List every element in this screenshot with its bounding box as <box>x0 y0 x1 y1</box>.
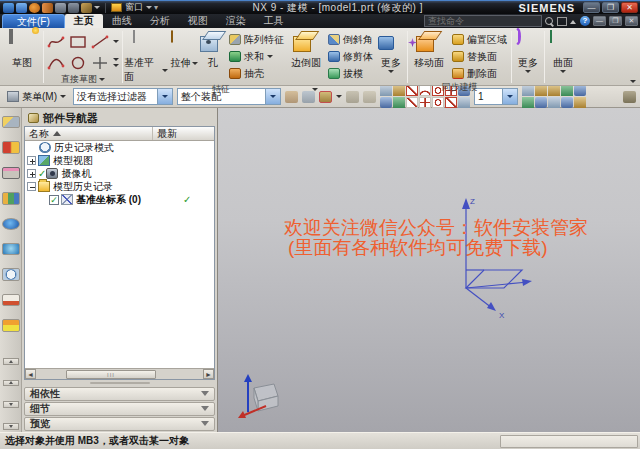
maximize-button[interactable]: ❐ <box>602 2 619 13</box>
snap-bounded-plane-icon[interactable] <box>458 97 470 108</box>
orient-view-icon[interactable] <box>535 97 547 108</box>
unite-button[interactable]: 求和 <box>226 48 287 65</box>
minimize-button[interactable]: — <box>583 2 600 13</box>
tab-render[interactable]: 渲染 <box>217 14 255 28</box>
save-as-icon[interactable] <box>16 3 27 13</box>
section-preview[interactable]: 预览 <box>24 417 215 431</box>
trim-body-button[interactable]: 修剪体 <box>325 48 376 65</box>
part-navigator-icon[interactable] <box>2 167 20 179</box>
replace-face-button[interactable]: 替换面 <box>449 48 510 65</box>
mdi-restore-button[interactable]: ❐ <box>609 16 622 26</box>
expand-icon[interactable] <box>27 169 36 178</box>
snap-knot-icon[interactable] <box>393 97 405 108</box>
pan-icon[interactable] <box>561 85 573 96</box>
search-icon[interactable] <box>545 17 554 26</box>
view-orientation-triad[interactable] <box>232 370 288 420</box>
line-button[interactable] <box>90 33 110 51</box>
help-icon[interactable]: ? <box>580 16 590 26</box>
delete-face-button[interactable]: 删除面 <box>449 65 510 82</box>
collapse-icon[interactable] <box>27 182 36 191</box>
tab-analysis[interactable]: 分析 <box>141 14 179 28</box>
window-menu-button[interactable]: 窗口 <box>111 1 152 14</box>
tree-row-datum-csys[interactable]: ✓ 基准坐标系 (0) ✓ <box>25 193 214 206</box>
shell-button[interactable]: 抽壳 <box>226 65 287 82</box>
more-feature-button[interactable]: 更多 <box>376 29 406 73</box>
resource-scroll-up-icon[interactable] <box>3 358 19 365</box>
expand-icon[interactable] <box>27 156 36 165</box>
tree-row-history-mode[interactable]: 历史记录模式 <box>25 141 214 154</box>
tree-empty-area[interactable] <box>25 206 214 368</box>
move-face-button[interactable]: 移动面 <box>409 29 449 70</box>
direct-sketch-expand-button[interactable] <box>112 54 121 72</box>
scroll-left-icon[interactable]: ◄ <box>25 369 36 379</box>
prev-selection-icon[interactable] <box>346 91 359 103</box>
zoom-icon[interactable] <box>561 97 573 108</box>
surface-button[interactable]: 曲面 <box>546 29 580 73</box>
process-studio-icon[interactable] <box>2 294 20 306</box>
panel-resize-grip[interactable] <box>24 380 215 386</box>
camera-icon[interactable] <box>522 85 534 96</box>
hd3d-tool-icon[interactable] <box>2 218 20 230</box>
group-label-synchronous[interactable]: 同步建模 <box>409 82 510 93</box>
inside-window-icon[interactable] <box>302 91 315 103</box>
cut-icon[interactable] <box>55 3 66 13</box>
arc-button[interactable] <box>46 54 66 72</box>
tab-file[interactable]: 文件(F) <box>2 14 65 28</box>
tab-curve[interactable]: 曲线 <box>103 14 141 28</box>
fit-view-icon[interactable] <box>557 17 567 26</box>
menu-button[interactable]: 菜单(M) <box>4 89 69 105</box>
extrude-button[interactable]: 拉伸 <box>168 29 200 70</box>
tree-row-model-views[interactable]: 模型视图 <box>25 154 214 167</box>
mdi-minimize-button[interactable]: — <box>593 16 606 26</box>
ribbon-overflow-icon[interactable] <box>630 80 636 83</box>
profile-curve-button[interactable] <box>46 33 66 51</box>
column-latest[interactable]: 最新 <box>153 127 214 140</box>
snap-intersection-icon[interactable] <box>419 97 431 108</box>
qat-dropdown-icon[interactable] <box>94 6 100 9</box>
rotate-icon[interactable] <box>574 85 586 96</box>
tab-tools[interactable]: 工具 <box>255 14 293 28</box>
snap-quadrant-icon[interactable] <box>432 97 444 108</box>
paste-icon[interactable] <box>81 3 92 13</box>
edge-blend-button[interactable]: 边倒圆 <box>287 29 325 70</box>
point-button[interactable] <box>90 54 110 72</box>
pattern-feature-button[interactable]: 阵列特征 <box>226 31 287 48</box>
section-dependencies[interactable]: 相依性 <box>24 387 215 401</box>
tree-row-model-history[interactable]: 模型历史记录 <box>25 180 214 193</box>
checkbox-checked-icon[interactable]: ✓ <box>49 195 59 205</box>
datum-csys[interactable]: Z X <box>404 192 534 337</box>
command-search-input[interactable] <box>424 15 542 27</box>
undo-icon[interactable] <box>29 3 40 13</box>
sketch-button[interactable]: 草图 <box>2 29 42 70</box>
highlight-icon[interactable] <box>285 91 298 103</box>
scroll-right-icon[interactable]: ► <box>203 369 214 379</box>
section-details[interactable]: 细节 <box>24 402 215 416</box>
draft-button[interactable]: 拔模 <box>325 65 376 82</box>
tab-home[interactable]: 主页 <box>65 14 103 28</box>
history-icon[interactable] <box>2 268 20 280</box>
constraint-navigator-icon[interactable] <box>2 141 20 153</box>
horizontal-scrollbar[interactable]: ◄ III ► <box>25 368 214 379</box>
circle-button[interactable] <box>68 54 88 72</box>
more-surface-button[interactable]: 更多 <box>513 29 543 73</box>
shaded-mode-icon[interactable] <box>548 85 560 96</box>
datum-plane-button[interactable]: 基准平面 <box>124 29 168 84</box>
assembly-navigator-icon[interactable] <box>2 116 20 128</box>
fit-window-icon[interactable] <box>535 85 547 96</box>
chamfer-button[interactable]: 倒斜角 <box>325 31 376 48</box>
redo-icon[interactable] <box>42 3 53 13</box>
snap-midline-icon[interactable] <box>406 97 418 108</box>
graphics-viewport[interactable]: Z X 欢迎关注微信公众号：软件安装管家 (里面有各种软件均可免费下载) <box>218 108 640 432</box>
roles-icon[interactable] <box>2 319 20 331</box>
show-shortcuts-icon[interactable] <box>623 91 636 103</box>
resource-pin-icon[interactable] <box>3 380 19 387</box>
web-browser-icon[interactable] <box>2 243 20 255</box>
save-icon[interactable] <box>3 3 14 13</box>
refresh-icon[interactable] <box>522 97 534 108</box>
clear-selection-icon[interactable] <box>363 91 376 103</box>
close-button[interactable]: ✕ <box>621 2 638 13</box>
wireframe-mode-icon[interactable] <box>548 97 560 108</box>
direct-sketch-more-button[interactable] <box>112 33 121 51</box>
offset-region-button[interactable]: 偏置区域 <box>449 31 510 48</box>
resource-scroll-down-icon[interactable] <box>3 401 19 408</box>
